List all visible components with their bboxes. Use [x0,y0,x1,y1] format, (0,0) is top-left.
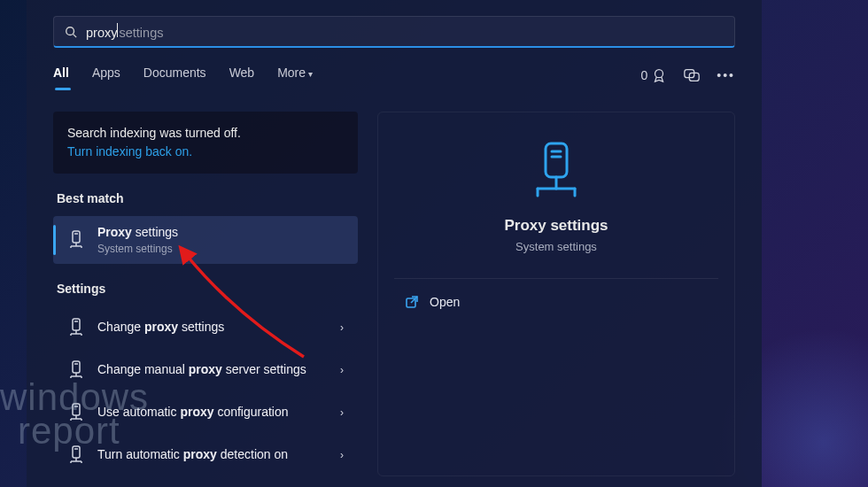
turn-indexing-on-link[interactable]: Turn indexing back on. [67,143,344,161]
search-input[interactable]: proxy settings [53,16,735,48]
open-external-icon [405,295,419,309]
tab-web[interactable]: Web [229,66,255,85]
proxy-icon [67,360,85,380]
result-title: Change manual proxy server settings [97,362,324,378]
settings-heading: Settings [57,282,354,296]
result-change-proxy-settings[interactable]: Change proxy settings › [53,306,358,349]
divider [394,278,718,279]
indexing-message: Search indexing was turned off. [67,124,344,143]
chat-icon[interactable] [683,67,701,83]
svg-rect-11 [73,319,80,330]
preview-subtitle: System settings [394,240,718,253]
svg-rect-29 [73,446,80,458]
search-query-text: proxy settings [86,23,163,40]
more-options-button[interactable]: ••• [717,68,735,82]
result-subtitle: System settings [97,243,347,255]
search-icon [65,26,77,38]
svg-point-2 [655,70,663,78]
tab-more[interactable]: More▾ [277,66,313,85]
medal-icon [651,67,667,83]
result-auto-proxy-detection[interactable]: Turn automatic proxy detection on › [53,434,358,476]
svg-line-1 [74,34,77,37]
proxy-icon [67,403,85,422]
result-title: Turn automatic proxy detection on [97,447,324,463]
filter-tabs: All Apps Documents Web More▾ [53,66,313,85]
svg-rect-5 [73,231,80,243]
tab-all[interactable]: All [53,66,69,85]
chevron-down-icon: ▾ [308,69,313,79]
proxy-icon [67,230,85,250]
result-auto-proxy-config[interactable]: Use automatic proxy configuration › [53,391,358,434]
open-action[interactable]: Open [394,286,718,318]
proxy-icon [67,445,85,465]
chevron-right-icon[interactable]: › [337,406,347,419]
rewards-badge[interactable]: 0 [640,67,667,83]
best-match-heading: Best match [57,191,354,205]
svg-rect-23 [73,404,80,415]
preview-proxy-icon [394,141,718,203]
result-title: Use automatic proxy configuration [97,405,324,421]
chevron-right-icon[interactable]: › [337,449,347,461]
svg-rect-35 [546,143,567,177]
result-title: Proxy settings [97,225,347,241]
svg-point-0 [66,27,74,35]
chevron-right-icon[interactable]: › [337,321,347,334]
text-caret [117,23,118,37]
indexing-banner: Search indexing was turned off. Turn ind… [53,112,358,174]
rewards-count: 0 [640,68,647,82]
search-flyout: proxy settings All Apps Documents Web Mo… [27,0,762,487]
preview-title: Proxy settings [394,217,718,235]
preview-pane: Proxy settings System settings Open [377,112,735,476]
result-proxy-settings[interactable]: Proxy settings System settings [53,216,358,264]
tab-documents[interactable]: Documents [143,66,206,85]
tab-apps[interactable]: Apps [92,66,120,85]
open-label: Open [430,295,460,309]
svg-rect-17 [73,361,80,373]
chevron-right-icon[interactable]: › [337,364,347,376]
result-title: Change proxy settings [97,320,324,336]
result-change-manual-proxy[interactable]: Change manual proxy server settings › [53,349,358,391]
proxy-icon [67,318,85,337]
